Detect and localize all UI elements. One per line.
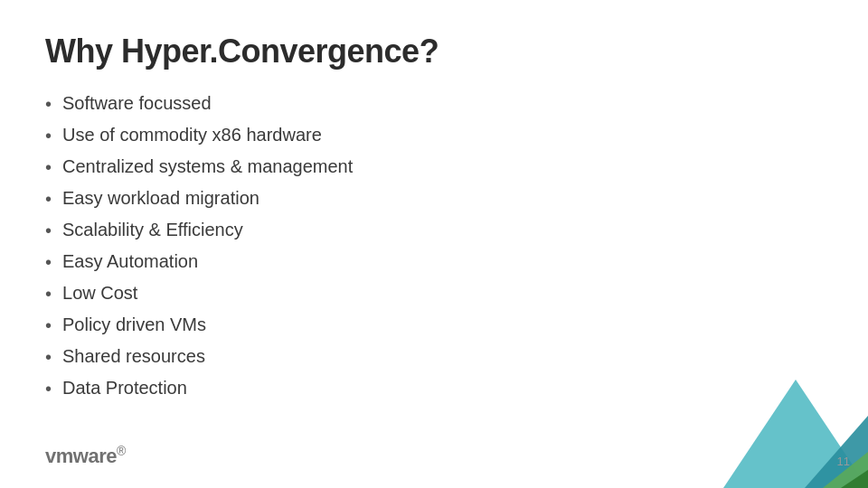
bullet-item-9: •Shared resources bbox=[45, 343, 823, 370]
vmware-ware-text: ware bbox=[73, 445, 117, 467]
bullet-text-2: Use of commodity x86 hardware bbox=[62, 122, 322, 147]
bullet-dot-1: • bbox=[45, 91, 52, 117]
bullet-dot-9: • bbox=[45, 344, 52, 370]
vmware-vm-text: vm bbox=[45, 445, 73, 467]
bullet-text-6: Easy Automation bbox=[62, 249, 198, 274]
bullet-dot-2: • bbox=[45, 123, 52, 148]
bullet-text-10: Data Protection bbox=[62, 375, 187, 400]
bullet-text-5: Scalability & Efficiency bbox=[62, 217, 243, 242]
bullet-text-8: Policy driven VMs bbox=[62, 312, 206, 337]
bullet-dot-7: • bbox=[45, 281, 52, 306]
bullet-dot-4: • bbox=[45, 186, 52, 211]
bullet-text-1: Software focussed bbox=[62, 90, 212, 116]
bullet-item-1: •Software focussed bbox=[45, 90, 823, 117]
bullet-list: •Software focussed•Use of commodity x86 … bbox=[45, 90, 823, 401]
vmware-logo: vmware® bbox=[45, 444, 126, 468]
bullet-dot-3: • bbox=[45, 155, 52, 180]
bullet-dot-5: • bbox=[45, 218, 52, 243]
decorative-triangles bbox=[723, 380, 868, 488]
bullet-item-2: •Use of commodity x86 hardware bbox=[45, 122, 823, 148]
vmware-trademark: ® bbox=[117, 444, 126, 458]
bullet-item-3: •Centralized systems & management bbox=[45, 154, 823, 180]
bullet-text-3: Centralized systems & management bbox=[62, 154, 353, 179]
bullet-item-4: •Easy workload migration bbox=[45, 185, 823, 211]
bullet-item-5: •Scalability & Efficiency bbox=[45, 217, 823, 243]
slide: Why Hyper.Convergence? •Software focusse… bbox=[0, 0, 868, 488]
bullet-dot-6: • bbox=[45, 249, 52, 275]
slide-title: Why Hyper.Convergence? bbox=[45, 33, 823, 70]
bullet-dot-10: • bbox=[45, 376, 52, 401]
bullet-text-4: Easy workload migration bbox=[62, 185, 259, 211]
bullet-text-7: Low Cost bbox=[62, 280, 137, 305]
page-number: 11 bbox=[837, 455, 850, 468]
bullet-dot-8: • bbox=[45, 313, 52, 338]
bullet-item-10: •Data Protection bbox=[45, 375, 823, 401]
bullet-text-9: Shared resources bbox=[62, 343, 205, 369]
bullet-item-7: •Low Cost bbox=[45, 280, 823, 306]
bullet-item-6: •Easy Automation bbox=[45, 249, 823, 275]
bullet-item-8: •Policy driven VMs bbox=[45, 312, 823, 338]
